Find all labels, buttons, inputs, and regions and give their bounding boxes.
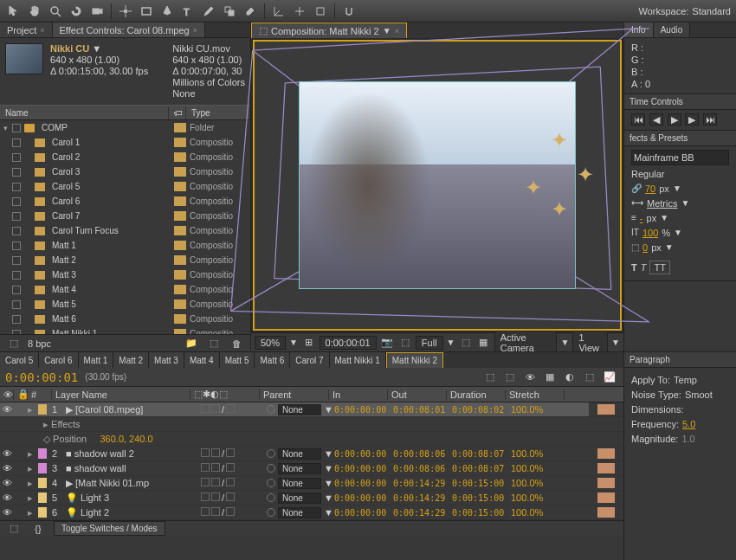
brush-tool[interactable] bbox=[200, 3, 217, 20]
col-duration[interactable]: Duration bbox=[447, 389, 506, 400]
col-out[interactable]: Out bbox=[388, 389, 447, 400]
timeline-tab[interactable]: Matt 1 bbox=[79, 352, 114, 368]
baseline-value[interactable]: 0 bbox=[642, 241, 648, 254]
effects-presets-tab[interactable]: fects & Presets bbox=[624, 131, 736, 146]
project-item[interactable]: Carol 5Compositio bbox=[0, 179, 250, 194]
paragraph-tab[interactable]: Paragraph bbox=[624, 352, 736, 368]
search-input[interactable] bbox=[631, 150, 729, 165]
graph-icon[interactable]: 📈 bbox=[601, 369, 618, 386]
time-display[interactable]: 0:00:00:01 bbox=[320, 336, 377, 350]
timeline-tab[interactable]: Matt 2 bbox=[113, 352, 149, 368]
new-folder-icon[interactable]: 📁 bbox=[183, 335, 200, 352]
zoom-tool[interactable] bbox=[47, 3, 64, 20]
brainstorm-icon[interactable]: ⬚ bbox=[581, 369, 598, 386]
workspace-value[interactable]: Standard bbox=[692, 6, 731, 16]
project-item[interactable]: Carol 1Compositio bbox=[0, 135, 250, 150]
project-item[interactable]: Matt 3Compositio bbox=[0, 267, 250, 282]
rotate-tool[interactable] bbox=[68, 3, 85, 20]
toggle-icon[interactable]: {} bbox=[29, 520, 47, 537]
timeline-bars[interactable] bbox=[589, 402, 623, 520]
transparent-icon[interactable]: ▦ bbox=[476, 334, 491, 351]
project-item[interactable]: Carol 2Compositio bbox=[0, 150, 250, 164]
current-time[interactable]: 0:00:00:01 bbox=[5, 370, 78, 384]
project-item[interactable]: ▾COMPFolder bbox=[0, 120, 250, 135]
last-frame-button[interactable]: ⏭ bbox=[703, 113, 717, 126]
col-parent[interactable]: Parent bbox=[260, 389, 329, 400]
new-comp-icon[interactable]: ⬚ bbox=[205, 335, 223, 352]
axis-world[interactable] bbox=[291, 3, 308, 20]
layer-row[interactable]: 👁▸3■ shadow wall/None▼0:00:00:000:00:08:… bbox=[0, 461, 589, 476]
project-item[interactable]: Matt 4Compositio bbox=[0, 282, 250, 297]
axis-view[interactable] bbox=[312, 3, 329, 20]
expand-icon[interactable]: ⬚ bbox=[5, 520, 23, 537]
resolution-select[interactable]: Full bbox=[416, 336, 443, 350]
metrics-link[interactable]: Metrics bbox=[647, 197, 677, 209]
play-button[interactable]: ▶ bbox=[668, 113, 681, 126]
selection-tool[interactable] bbox=[5, 3, 23, 20]
col-stretch[interactable]: Stretch bbox=[506, 389, 565, 400]
roi-icon[interactable]: ⬚ bbox=[459, 334, 474, 351]
project-item[interactable]: Matt 6Compositio bbox=[0, 312, 250, 326]
hand-tool[interactable] bbox=[26, 3, 43, 20]
timeline-tab[interactable]: Matt 6 bbox=[255, 352, 290, 368]
hide-shy-icon[interactable]: 👁 bbox=[521, 369, 539, 386]
effect-controls-tab[interactable]: Effect Controls: Carol 08.mpeg× bbox=[53, 23, 205, 37]
layer-row[interactable]: 👁▸4▶ [Matt Nikki 01.mp/None▼0:00:00:000:… bbox=[0, 476, 589, 491]
anchor-tool[interactable] bbox=[117, 3, 134, 20]
timeline-tab[interactable]: Matt Nikki 1 bbox=[330, 352, 386, 368]
col-label[interactable]: 🏷 bbox=[169, 106, 186, 119]
project-item[interactable]: Carol 7Compositio bbox=[0, 209, 250, 223]
project-list[interactable]: ▾COMPFolderCarol 1CompositioCarol 2Compo… bbox=[0, 120, 250, 334]
close-icon[interactable]: × bbox=[395, 27, 399, 35]
timeline-tab[interactable]: Matt 3 bbox=[149, 352, 184, 368]
layer-row[interactable]: 👁▸2■ shadow wall 2/None▼0:00:00:000:00:0… bbox=[0, 447, 589, 461]
timeline-tab[interactable]: Carol 5 bbox=[0, 352, 39, 368]
interpret-icon[interactable]: ⬚ bbox=[5, 335, 23, 352]
text-tool[interactable]: T bbox=[179, 3, 197, 20]
col-in[interactable]: In bbox=[329, 389, 388, 400]
eraser-tool[interactable] bbox=[242, 3, 259, 20]
timeline-tab[interactable]: Matt Nikki 2 bbox=[386, 352, 443, 368]
layer-row[interactable]: ◇ Position 360.0, 240.0 bbox=[0, 432, 589, 447]
audio-tab[interactable]: Audio bbox=[654, 23, 691, 37]
noise-type-value[interactable]: Smoot bbox=[685, 389, 713, 401]
draft3d-icon[interactable]: ⬚ bbox=[501, 369, 519, 386]
layer-row[interactable]: 👁▸6💡 Light 2/None▼0:00:00:000:00:14:290:… bbox=[0, 505, 589, 520]
pen-tool[interactable] bbox=[158, 3, 176, 20]
comp-flowchart-icon[interactable]: ⬚ bbox=[481, 369, 499, 386]
layer-row[interactable]: 👁▸5💡 Light 3/None▼0:00:00:000:00:14:290:… bbox=[0, 491, 589, 505]
scale-value[interactable]: 100 bbox=[642, 227, 658, 239]
close-icon[interactable]: × bbox=[193, 26, 197, 35]
channel-icon[interactable]: ⬚ bbox=[397, 334, 412, 351]
trash-icon[interactable]: 🗑 bbox=[228, 335, 245, 352]
composition-viewer[interactable]: ✦ ✦ ✦ ✦ bbox=[253, 40, 622, 331]
project-item[interactable]: Carol 3Compositio bbox=[0, 164, 250, 179]
motion-blur-icon[interactable]: ◐ bbox=[561, 369, 578, 386]
clone-tool[interactable] bbox=[221, 3, 238, 20]
layer-row[interactable]: ▸ Effects bbox=[0, 417, 589, 432]
size-value[interactable]: 70 bbox=[645, 183, 655, 195]
bpc-display[interactable]: 8 bpc bbox=[28, 338, 51, 349]
axis-local[interactable] bbox=[270, 3, 287, 20]
zoom-select[interactable]: 50% bbox=[255, 336, 286, 350]
col-type[interactable]: Type bbox=[186, 106, 250, 119]
project-item[interactable]: Carol Turn FocusCompositio bbox=[0, 223, 250, 238]
layer-row[interactable]: 👁▸1▶ [Carol 08.mpeg]/None▼0:00:00:000:00… bbox=[0, 402, 589, 417]
project-item[interactable]: Matt Nikki 1Compositio bbox=[0, 326, 250, 334]
layer-list[interactable]: 👁▸1▶ [Carol 08.mpeg]/None▼0:00:00:000:00… bbox=[0, 402, 589, 520]
grid-icon[interactable]: ⊞ bbox=[301, 334, 316, 351]
col-name[interactable]: Name bbox=[0, 106, 169, 119]
timeline-tab[interactable]: Carol 7 bbox=[290, 352, 329, 368]
project-tab[interactable]: Project× bbox=[0, 23, 53, 37]
prev-frame-button[interactable]: ◀ bbox=[649, 113, 663, 126]
camera-tool[interactable] bbox=[88, 3, 106, 20]
col-layer-name[interactable]: Layer Name bbox=[52, 389, 190, 400]
snap-toggle[interactable] bbox=[340, 3, 358, 20]
project-item[interactable]: Matt 2Compositio bbox=[0, 253, 250, 267]
project-item[interactable]: Matt 1Compositio bbox=[0, 238, 250, 253]
composition-tab[interactable]: ⬚Composition: Matt Nikki 2 ▼× bbox=[251, 23, 407, 38]
timeline-tab[interactable]: Matt 4 bbox=[184, 352, 220, 368]
snapshot-icon[interactable]: 📷 bbox=[380, 334, 395, 351]
info-tab[interactable]: Info bbox=[624, 23, 654, 37]
toggle-modes-button[interactable]: Toggle Switches / Modes bbox=[54, 521, 165, 536]
